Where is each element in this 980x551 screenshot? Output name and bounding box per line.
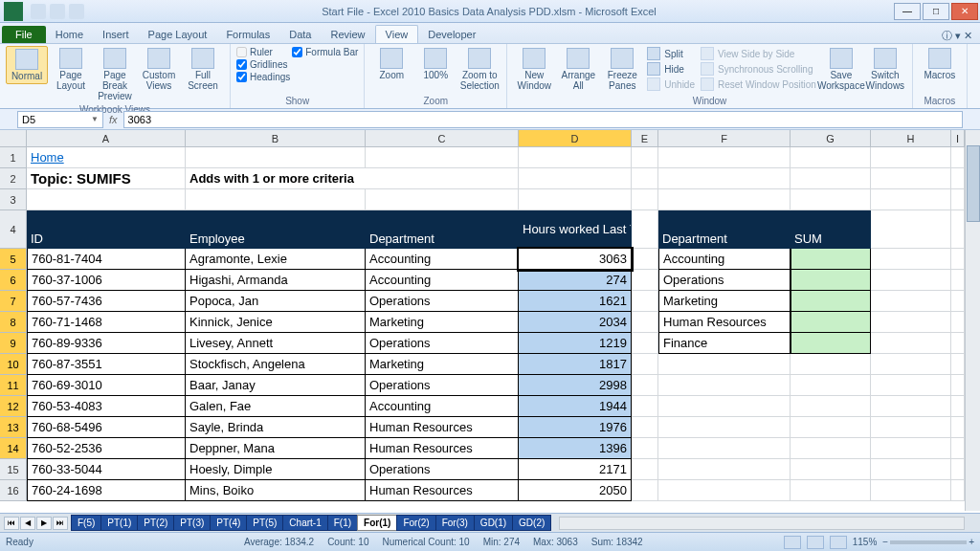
cell[interactable] xyxy=(632,147,658,168)
save-workspace-button[interactable]: Save Workspace xyxy=(820,46,862,93)
cell-emp[interactable]: Higashi, Armanda xyxy=(186,270,366,291)
col-header-A[interactable]: A xyxy=(27,130,186,147)
cell[interactable] xyxy=(632,480,658,501)
column-headers[interactable]: ABCDEFGHI xyxy=(27,130,965,147)
cell[interactable] xyxy=(871,147,951,168)
tab-nav-next[interactable]: ▶ xyxy=(36,517,52,530)
cell[interactable] xyxy=(951,375,965,396)
cell[interactable] xyxy=(951,417,965,438)
row-header-2[interactable]: 2 xyxy=(0,168,27,189)
tab-review[interactable]: Review xyxy=(321,26,374,43)
cell-emp[interactable]: Agramonte, Lexie xyxy=(186,249,366,270)
cell[interactable] xyxy=(871,270,951,291)
maximize-button[interactable]: □ xyxy=(923,3,949,20)
cell-dept[interactable]: Operations xyxy=(366,291,519,312)
cell-id[interactable]: 760-68-5496 xyxy=(27,417,186,438)
cell[interactable] xyxy=(791,438,871,459)
cell-id[interactable]: 760-33-5044 xyxy=(27,459,186,480)
cell[interactable] xyxy=(871,480,951,501)
cell-id[interactable]: 760-81-7404 xyxy=(27,249,186,270)
row-header-15[interactable]: 15 xyxy=(0,459,27,480)
hide-button[interactable]: Hide xyxy=(645,61,697,77)
sheet-tab-for1[interactable]: For(1) xyxy=(357,515,397,531)
sheet-tab-gd2[interactable]: GD(2) xyxy=(512,515,551,531)
cell-id[interactable]: 760-71-1468 xyxy=(27,312,186,333)
cell[interactable] xyxy=(871,249,951,270)
cell-sum-dept[interactable]: Marketing xyxy=(658,291,791,312)
cell-desc[interactable]: Adds with 1 or more criteria xyxy=(186,168,519,189)
cell-hdr-dept2[interactable]: Department xyxy=(658,210,791,249)
cell-dept[interactable]: Operations xyxy=(366,375,519,396)
switch-windows-button[interactable]: Switch Windows xyxy=(864,46,906,93)
tab-nav-prev[interactable]: ◀ xyxy=(20,517,35,530)
sheet-tab-pt5[interactable]: PT(5) xyxy=(246,515,283,531)
headings-checkbox[interactable]: Headings xyxy=(236,71,290,83)
cell[interactable] xyxy=(658,375,791,396)
cell-dept[interactable]: Accounting xyxy=(366,270,519,291)
row-headers[interactable]: 12345678910111213141516 xyxy=(0,147,27,501)
cell[interactable] xyxy=(951,168,965,189)
cell[interactable] xyxy=(632,375,658,396)
name-box[interactable]: D5▼ xyxy=(17,111,103,128)
cell[interactable] xyxy=(951,480,965,501)
cell[interactable] xyxy=(366,189,519,210)
cell[interactable] xyxy=(791,480,871,501)
cell[interactable] xyxy=(632,249,658,270)
cell-sum-dept[interactable]: Accounting xyxy=(658,249,791,270)
cell[interactable] xyxy=(791,189,871,210)
cell-emp[interactable]: Mins, Boiko xyxy=(186,480,366,501)
cell-dept[interactable]: Human Resources xyxy=(366,417,519,438)
row-header-8[interactable]: 8 xyxy=(0,312,27,333)
select-all-corner[interactable] xyxy=(0,130,27,147)
cell[interactable] xyxy=(658,417,791,438)
cell-dept[interactable]: Operations xyxy=(366,459,519,480)
close-button[interactable]: ✕ xyxy=(951,3,978,20)
col-header-B[interactable]: B xyxy=(186,130,366,147)
cell-id[interactable]: 760-87-3551 xyxy=(27,354,186,375)
cell[interactable] xyxy=(632,459,658,480)
cell-dept[interactable]: Marketing xyxy=(366,312,519,333)
cell-sum-val[interactable] xyxy=(791,291,871,312)
cell-dept[interactable]: Human Resources xyxy=(366,438,519,459)
row-header-4[interactable]: 4 xyxy=(0,210,27,249)
cell-hdr-id[interactable]: ID xyxy=(27,210,186,249)
cell-emp[interactable]: Baar, Janay xyxy=(186,375,366,396)
col-header-C[interactable]: C xyxy=(366,130,519,147)
cell[interactable] xyxy=(658,168,791,189)
cell[interactable] xyxy=(658,354,791,375)
view-page-break-icon[interactable] xyxy=(830,536,847,549)
cell-hours[interactable]: 2034 xyxy=(519,312,632,333)
row-header-10[interactable]: 10 xyxy=(0,354,27,375)
cell[interactable] xyxy=(871,210,951,249)
cell-sum-dept[interactable]: Human Resources xyxy=(658,312,791,333)
cell-hours[interactable]: 1219 xyxy=(519,333,632,354)
row-header-12[interactable]: 12 xyxy=(0,396,27,417)
cell[interactable] xyxy=(871,459,951,480)
view-normal-icon[interactable] xyxy=(784,536,801,549)
row-header-14[interactable]: 14 xyxy=(0,438,27,459)
cell[interactable] xyxy=(519,168,632,189)
cell[interactable] xyxy=(791,375,871,396)
zoom-slider[interactable]: −+ xyxy=(882,537,974,547)
sheet-tab-pt3[interactable]: PT(3) xyxy=(173,515,211,531)
cell[interactable] xyxy=(871,189,951,210)
cell[interactable] xyxy=(791,396,871,417)
cell[interactable] xyxy=(951,459,965,480)
save-icon[interactable] xyxy=(31,4,46,19)
cell[interactable] xyxy=(519,147,632,168)
cell[interactable] xyxy=(871,168,951,189)
cell[interactable] xyxy=(951,396,965,417)
row-header-6[interactable]: 6 xyxy=(0,270,27,291)
cell-id[interactable]: 760-24-1698 xyxy=(27,480,186,501)
cell-hours[interactable]: 3063 xyxy=(519,249,632,270)
cell[interactable] xyxy=(658,438,791,459)
col-header-E[interactable]: E xyxy=(632,130,658,147)
new-window-button[interactable]: New Window xyxy=(513,46,555,93)
cell[interactable] xyxy=(951,438,965,459)
minimize-button[interactable]: — xyxy=(894,3,921,20)
sheet-tab-for3[interactable]: For(3) xyxy=(435,515,475,531)
custom-views-button[interactable]: Custom Views xyxy=(138,46,180,93)
cell-id[interactable]: 760-69-3010 xyxy=(27,375,186,396)
cell[interactable] xyxy=(366,147,519,168)
cell[interactable] xyxy=(951,312,965,333)
